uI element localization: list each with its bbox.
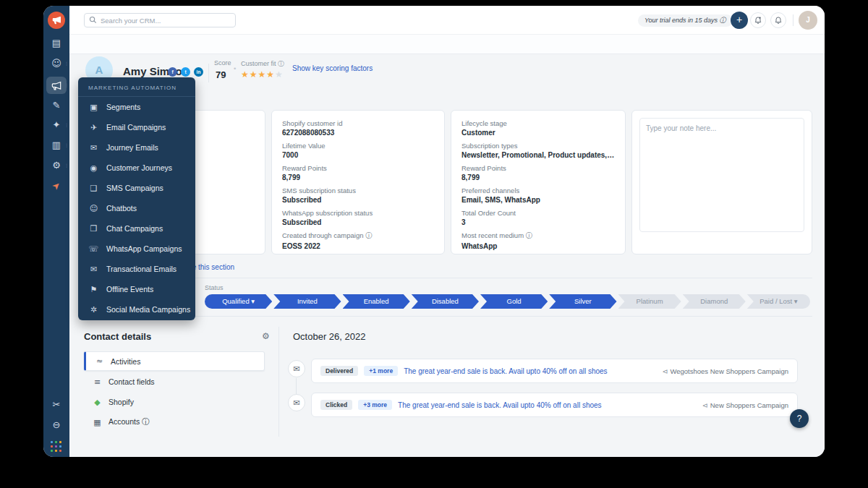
menu-item-journey-emails[interactable]: ✉Journey Emails xyxy=(78,137,195,158)
automation-kebab-icon[interactable]: ⋮ xyxy=(64,122,69,128)
stage-enabled[interactable]: Enabled xyxy=(343,294,410,309)
freddy-help-icon[interactable]: ⊖ xyxy=(43,419,69,431)
stage-qualified[interactable]: Qualified ▾ xyxy=(205,294,272,309)
field-label: Shopify customer id xyxy=(282,119,434,127)
tab-label: Accounts ⓘ xyxy=(109,417,150,427)
field-value: 6272088080533 xyxy=(282,129,434,137)
campaign-name[interactable]: ⊲Wegotshoes New Shoppers Campaign xyxy=(663,367,789,375)
tab-contact-fields[interactable]: ≡ Contact fields xyxy=(84,373,265,390)
field-value: 8,799 xyxy=(461,174,615,181)
field-value: WhatsApp xyxy=(461,242,615,250)
tab-accounts[interactable]: ▦ Accounts ⓘ xyxy=(84,414,265,431)
menu-item-social-media-campaigns[interactable]: ✲Social Media Campaigns xyxy=(78,299,195,320)
score-value: 79 xyxy=(216,69,226,80)
field-label: Most recent medium ⓘ xyxy=(461,231,615,241)
menu-item-chatbots[interactable]: ☺Chatbots xyxy=(78,198,195,218)
menu-item-transactional-emails[interactable]: ✉Transactional Emails xyxy=(78,259,195,279)
campaign-message-link[interactable]: The great year-end sale is back. Avail u… xyxy=(398,401,697,409)
stars-filled: ★★★★ xyxy=(241,69,275,80)
app-window: ▤ ☺ ⋮ ⋮ ✎ ✦ ⋮ ▥ ⋮ ⚙ ⋮ ➤ ✂ ⊖ Your trial e… xyxy=(43,6,825,457)
stage-paid-lost[interactable]: Paid / Lost ▾ xyxy=(747,294,810,309)
scissors-icon[interactable]: ✂ xyxy=(43,399,69,411)
timeline-row[interactable]: Delivered +1 more The great year-end sal… xyxy=(311,359,798,383)
analytics-kebab-icon[interactable]: ⋮ xyxy=(64,142,69,148)
field-value: Subscribed xyxy=(282,218,434,226)
facebook-icon[interactable]: f xyxy=(168,67,177,77)
trial-banner: Your trial ends in 15 days ⓘ xyxy=(638,14,733,27)
customer-journey-icon: ◉ xyxy=(88,163,99,173)
shopify-icon: ◆ xyxy=(93,398,102,407)
section-divider xyxy=(181,278,812,278)
paper-plane-icon: ✈ xyxy=(88,123,99,132)
menu-item-segments[interactable]: ▣Segments xyxy=(78,97,195,117)
field-value: 7000 xyxy=(282,151,434,159)
field-value: Subscribed xyxy=(282,196,434,204)
status-pipeline: Qualified ▾ Invited Enabled Disabled Gol… xyxy=(205,294,810,309)
detail-card-lifecycle: Lifecycle stageCustomer Subscription typ… xyxy=(451,110,626,254)
rocket-icon[interactable]: ➤ xyxy=(43,173,69,200)
chatbot-icon: ☺ xyxy=(88,204,99,213)
more-badge[interactable]: +3 more xyxy=(358,400,392,410)
linkedin-icon[interactable]: in xyxy=(194,67,203,77)
campaign-message-link[interactable]: The great year-end sale is back. Avail u… xyxy=(404,367,656,375)
menu-item-sms-campaigns[interactable]: ❑SMS Campaigns xyxy=(78,178,195,198)
show-scoring-factors-link[interactable]: Show key scoring factors xyxy=(292,64,373,72)
detail-card-shopify: Shopify customer id6272088080533 Lifetim… xyxy=(271,110,445,254)
help-button[interactable]: ? xyxy=(790,409,809,428)
sms-bubble-icon: ❑ xyxy=(88,184,99,193)
contact-fields-icon: ≡ xyxy=(93,377,102,387)
user-avatar[interactable]: J xyxy=(799,11,817,30)
whats-new-bell-icon[interactable] xyxy=(750,12,766,28)
social-asterisk-icon: ✲ xyxy=(88,305,99,314)
campaign-name[interactable]: ⊲New Shoppers Campaign xyxy=(702,401,788,409)
twitter-icon[interactable]: t xyxy=(181,67,190,77)
conversations-icon[interactable]: ▤ xyxy=(43,38,69,49)
contact-details-title: Contact details xyxy=(84,331,151,342)
menu-item-email-campaigns[interactable]: ✈Email Campaigns xyxy=(78,117,195,137)
tab-activities[interactable]: ≈ Activities xyxy=(84,351,265,371)
campaign-megaphone-icon: ⊲ xyxy=(702,401,708,409)
stage-silver[interactable]: Silver xyxy=(549,294,616,309)
search-input[interactable] xyxy=(84,13,236,27)
customer-fit-stars: ★★★★★ xyxy=(241,69,284,80)
status-label: Status xyxy=(205,284,224,291)
freshmarketer-logo[interactable] xyxy=(48,12,65,29)
quick-add-button[interactable]: + xyxy=(731,12,748,29)
timeline-date: October 26, 2022 xyxy=(293,331,365,342)
contact-details-gear-icon[interactable]: ⚙ xyxy=(262,331,270,341)
left-nav-sidebar: ▤ ☺ ⋮ ⋮ ✎ ✦ ⋮ ▥ ⋮ ⚙ ⋮ ➤ ✂ ⊖ xyxy=(43,6,69,457)
apps-grid-icon[interactable] xyxy=(51,441,62,453)
menu-item-customer-journeys[interactable]: ◉Customer Journeys xyxy=(78,158,195,178)
tab-shopify[interactable]: ◆ Shopify xyxy=(84,393,265,411)
segments-icon: ▣ xyxy=(88,103,99,112)
menu-item-chat-campaigns[interactable]: ❒Chat Campaigns xyxy=(78,218,195,239)
tab-label: Contact fields xyxy=(109,377,155,386)
separator-dot: • xyxy=(233,65,237,72)
field-label: WhatsApp subscription status xyxy=(282,209,434,217)
customer-fit-label: Customer fit ⓘ xyxy=(241,59,284,69)
settings-kebab-icon[interactable]: ⋮ xyxy=(64,163,69,168)
timeline-row[interactable]: Clicked +3 more The great year-end sale … xyxy=(311,393,798,417)
stage-disabled[interactable]: Disabled xyxy=(412,294,479,309)
location-pin-icon: ⚑ xyxy=(88,285,99,294)
marketing-kebab-icon[interactable]: ⋮ xyxy=(64,82,69,88)
menu-item-whatsapp-campaigns[interactable]: ☏WhatsApp Campaigns xyxy=(78,239,195,259)
notifications-bell-icon[interactable] xyxy=(770,12,786,28)
menu-title: MARKETING AUTOMATION xyxy=(78,77,195,97)
stage-diamond[interactable]: Diamond xyxy=(683,294,746,309)
web-editor-icon[interactable]: ✎ xyxy=(43,100,69,111)
more-badge[interactable]: +1 more xyxy=(364,366,398,376)
header-divider xyxy=(208,64,209,82)
main-area: Your trial ends in 15 days ⓘ + J Contact… xyxy=(69,6,825,457)
panel-divider xyxy=(278,327,279,437)
status-badge: Clicked xyxy=(320,400,352,410)
contacts-kebab-icon[interactable]: ⋮ xyxy=(64,61,69,67)
score-label: Score xyxy=(214,59,231,67)
accounts-icon: ▦ xyxy=(93,418,102,427)
stage-platinum[interactable]: Platinum xyxy=(618,294,681,309)
stage-gold[interactable]: Gold xyxy=(480,294,548,309)
stage-invited[interactable]: Invited xyxy=(273,294,341,309)
note-input[interactable] xyxy=(639,118,804,232)
menu-item-offline-events[interactable]: ⚑Offline Events xyxy=(78,279,195,299)
field-label: Reward Points xyxy=(461,164,615,172)
